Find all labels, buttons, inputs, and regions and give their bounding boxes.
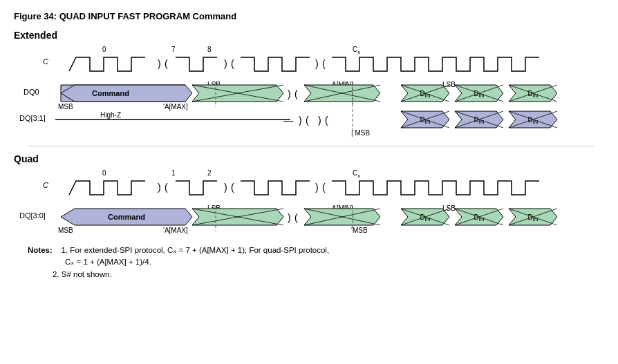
svg-text:High-Z: High-Z: [100, 111, 121, 119]
notes-label: Notes:: [28, 246, 53, 254]
quad-label: Quad: [14, 153, 604, 164]
extended-section: Extended C 0 7 8 Cx ) ( ) ( ) (: [14, 30, 604, 133]
svg-text:2: 2: [207, 169, 212, 177]
svg-text:): ): [315, 58, 319, 69]
svg-text:): ): [315, 182, 319, 193]
extended-clock-row: C 0 7 8 Cx ) ( ) ( ) (: [55, 45, 604, 79]
svg-text:Command: Command: [108, 213, 145, 221]
quad-section: Quad C 0 1 2 Cx ) ( ) ( ) ( DQ[3:0] MSB …: [14, 153, 604, 231]
svg-text:0: 0: [102, 169, 106, 177]
figure-title: Figure 34: QUAD INPUT FAST PROGRAM Comma…: [14, 11, 604, 21]
svg-text:): ): [318, 115, 321, 126]
quad-clock-row: C 0 1 2 Cx ) ( ) ( ) (: [55, 169, 604, 203]
extended-clock-label: C: [43, 57, 48, 66]
svg-text:): ): [224, 58, 227, 69]
extended-dq31-label: DQ[3:1]: [19, 114, 46, 122]
svg-text:Cx: Cx: [353, 169, 360, 179]
extended-dq0-row: DQ0 MSB 'A[MAX] LSB A[MIN] LSB Command )…: [55, 82, 604, 107]
svg-text:(: (: [322, 182, 326, 193]
quad-dq30-row: DQ[3:0] MSB 'A[MAX] LSB A[MIN] 'MSB LSB …: [55, 206, 604, 231]
notes-section: Notes: 1. For extended-SPI protocol, Cₓ …: [28, 245, 604, 280]
note2-text: 2. S# not shown.: [53, 270, 112, 278]
quad-clock-wave: 0 1 2 Cx ) ( ) ( ) (: [55, 169, 567, 203]
svg-text:(: (: [294, 88, 298, 99]
svg-text:): ): [299, 115, 302, 126]
note1b-text: Cₓ = 1 + (A[MAX] + 1)/4.: [65, 258, 151, 266]
svg-text:(: (: [165, 182, 168, 193]
note1-text: 1. For extended-SPI protocol, Cₓ = 7 + (…: [62, 246, 330, 254]
svg-text:Cx: Cx: [353, 46, 360, 55]
svg-text:(: (: [231, 58, 234, 69]
extended-dq31-row: DQ[3:1] | MSB High-Z — ) ( ) ( DIN DIN: [55, 108, 604, 133]
quad-dq30-label: DQ[3:0]: [19, 211, 46, 220]
svg-text:7: 7: [171, 46, 176, 53]
svg-text:(: (: [294, 212, 298, 223]
extended-dq31-wave: High-Z — ) ( ) ( DIN DIN DIN: [55, 108, 567, 133]
svg-text:): ): [158, 58, 161, 69]
svg-text:0: 0: [102, 46, 106, 53]
svg-text:(: (: [165, 58, 168, 69]
svg-text:—: —: [283, 115, 293, 126]
quad-clock-label: C: [43, 181, 48, 189]
svg-text:(: (: [306, 115, 309, 126]
extended-label: Extended: [14, 30, 604, 41]
svg-text:1: 1: [171, 169, 176, 177]
extended-dq0-wave: Command ) ( DIN DIN: [55, 82, 567, 107]
svg-text:): ): [288, 88, 291, 99]
quad-dq30-wave: Command ) ( DIN DIN: [55, 206, 567, 231]
extended-clock-wave: 0 7 8 Cx ) ( ) ( ) (: [55, 45, 567, 79]
svg-text:): ): [224, 182, 227, 193]
svg-text:Command: Command: [92, 89, 129, 97]
svg-text:): ): [288, 212, 291, 223]
svg-text:(: (: [325, 115, 328, 126]
svg-text:(: (: [322, 58, 326, 69]
svg-text:(: (: [231, 182, 234, 193]
svg-text:): ): [158, 182, 161, 193]
svg-text:8: 8: [207, 46, 212, 53]
extended-dq0-label: DQ0: [24, 88, 39, 96]
